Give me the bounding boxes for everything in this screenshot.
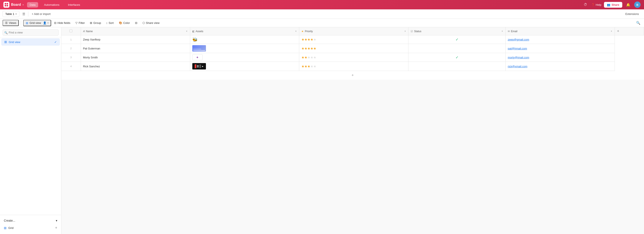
priority-column-header[interactable]: ★ Priority ▼ bbox=[299, 27, 408, 35]
row-status[interactable]: ✓ bbox=[408, 35, 506, 44]
sidebar-bottom: Create... ▾ ⊞ Grid + bbox=[0, 215, 61, 234]
row-asset[interactable]: 🐝 bbox=[190, 35, 299, 44]
add-column-header[interactable]: + bbox=[615, 27, 644, 35]
share-view-button[interactable]: ⬡ Share view bbox=[140, 20, 162, 26]
sort-button[interactable]: ↕ Sort bbox=[104, 20, 116, 26]
star-empty-icon: ★ bbox=[313, 65, 316, 68]
app-title: Board bbox=[11, 3, 21, 7]
status-check-icon: ✓ bbox=[456, 55, 458, 60]
svg-rect-1 bbox=[6, 3, 8, 5]
row-height-button[interactable]: ⊟ bbox=[133, 20, 140, 26]
color-button[interactable]: 🎨 Color bbox=[117, 20, 132, 26]
table-toolbar: Table 1 ▾ ☰ + Add or import Extensions bbox=[0, 9, 644, 19]
create-chevron-icon: ▾ bbox=[56, 219, 57, 222]
name-column-header[interactable]: A Name ▼ bbox=[81, 27, 190, 35]
star-filled-icon: ★ bbox=[304, 38, 307, 41]
gridview-button[interactable]: ⊞ Grid view 👤 ▾ bbox=[23, 20, 51, 26]
row-number: 2 bbox=[61, 44, 81, 53]
row-asset[interactable]: ✦ bbox=[190, 53, 299, 62]
search-input[interactable] bbox=[2, 30, 58, 36]
create-button[interactable]: Create... ▾ bbox=[2, 217, 58, 224]
assets-column-header[interactable]: ◧ Assets ▼ bbox=[190, 27, 299, 35]
row-priority[interactable]: ★★★★★ bbox=[299, 62, 408, 71]
search-icon: 🔍 bbox=[4, 31, 8, 34]
tab-chevron-icon: ▾ bbox=[16, 13, 16, 15]
row-email[interactable]: morty@imail.com bbox=[506, 53, 615, 62]
group-button[interactable]: ⊞ Group bbox=[88, 20, 103, 26]
toolbar2-divider bbox=[21, 21, 21, 25]
toggle-sidebar-icon[interactable]: ☰ bbox=[21, 11, 26, 17]
star-empty-icon: ★ bbox=[307, 56, 310, 59]
asset-emoji-icon: 🐝 bbox=[192, 37, 198, 42]
row-status[interactable]: ✓ bbox=[408, 53, 506, 62]
star-filled-icon: ★ bbox=[304, 65, 307, 68]
color-icon: 🎨 bbox=[119, 21, 122, 25]
row-status[interactable] bbox=[408, 62, 506, 71]
select-all-checkbox[interactable] bbox=[70, 30, 72, 32]
sidebar-search-area: 🔍 bbox=[0, 27, 61, 38]
star-empty-icon: ★ bbox=[313, 56, 316, 59]
logo-icon bbox=[4, 2, 9, 8]
data-nav-btn[interactable]: Data bbox=[27, 2, 38, 8]
people-icon: 👤 bbox=[43, 21, 46, 25]
add-column-icon: + bbox=[617, 29, 619, 33]
row-number: 3 bbox=[61, 53, 81, 62]
table-row: 4Rick Sanchez▶★★★★★rick@xmail.com bbox=[61, 62, 644, 71]
email-link[interactable]: zeep@gmail.com bbox=[508, 38, 529, 41]
hide-fields-button[interactable]: ⊟ Hide fields bbox=[52, 20, 72, 26]
row-priority[interactable]: ★★★★★ bbox=[299, 44, 408, 53]
star-filled-icon: ★ bbox=[301, 38, 304, 41]
row-asset[interactable] bbox=[190, 44, 299, 53]
row-add bbox=[615, 35, 644, 44]
interfaces-nav-btn[interactable]: Interfaces bbox=[66, 2, 83, 8]
row-add bbox=[615, 44, 644, 53]
hide-fields-icon: ⊟ bbox=[54, 21, 56, 25]
row-priority[interactable]: ★★★★★ bbox=[299, 35, 408, 44]
share-button[interactable]: 👥 Share bbox=[604, 2, 622, 8]
automations-nav-btn[interactable]: Automations bbox=[42, 2, 62, 8]
avatar[interactable]: B bbox=[634, 2, 640, 8]
extensions-button[interactable]: Extensions bbox=[623, 11, 642, 17]
notification-icon[interactable]: 🔔 bbox=[625, 1, 632, 8]
grid-content: A Name ▼ ◧ Assets ▼ bbox=[61, 27, 644, 234]
asset-thumbnail bbox=[192, 45, 206, 52]
sidebar: 🔍 ⊞ Grid view ✓ Create... ▾ ⊞ Grid + bbox=[0, 27, 61, 234]
star-empty-icon: ★ bbox=[313, 38, 316, 41]
add-row-cell: + bbox=[61, 71, 644, 80]
table-header-row: A Name ▼ ◧ Assets ▼ bbox=[61, 27, 644, 35]
add-import-button[interactable]: + Add or import bbox=[30, 11, 52, 17]
row-email[interactable]: pat@hmail.com bbox=[506, 44, 615, 53]
row-asset[interactable]: ▶ bbox=[190, 62, 299, 71]
row-name[interactable]: Zeep Xanflorp bbox=[81, 35, 190, 44]
row-name[interactable]: Morty Smith bbox=[81, 53, 190, 62]
status-column-header[interactable]: ☑ Status ▼ bbox=[408, 27, 506, 35]
filter-button[interactable]: ▽ Filter bbox=[73, 20, 87, 26]
grid-add-button[interactable]: + bbox=[55, 226, 57, 230]
help-btn[interactable]: ❓ Help bbox=[592, 3, 602, 7]
add-row-button[interactable]: + bbox=[350, 72, 356, 78]
row-email[interactable]: zeep@gmail.com bbox=[506, 35, 615, 44]
grid-item-icon: ⊞ bbox=[4, 226, 6, 230]
email-link[interactable]: rick@xmail.com bbox=[508, 65, 527, 68]
table-row: 3Morty Smith✦★★★★★✓morty@imail.com bbox=[61, 53, 644, 62]
sidebar-item-label: Grid view bbox=[9, 41, 20, 44]
row-name[interactable]: Pat Guterman bbox=[81, 44, 190, 53]
views-button[interactable]: ☰ Views bbox=[2, 20, 19, 26]
row-email[interactable]: rick@xmail.com bbox=[506, 62, 615, 71]
group-icon: ⊞ bbox=[90, 21, 92, 25]
email-column-header[interactable]: ✉ Email ▼ bbox=[506, 27, 615, 35]
email-link[interactable]: pat@hmail.com bbox=[508, 47, 527, 50]
sidebar-item-grid-view[interactable]: ⊞ Grid view ✓ bbox=[1, 38, 60, 46]
search-button[interactable]: 🔍 bbox=[635, 20, 642, 26]
email-sort-icon: ▼ bbox=[610, 30, 612, 32]
row-priority[interactable]: ★★★★★ bbox=[299, 53, 408, 62]
history-icon[interactable]: ⏱ bbox=[582, 1, 589, 8]
grid-item-label: Grid bbox=[8, 226, 14, 229]
row-status[interactable] bbox=[408, 44, 506, 53]
star-filled-icon: ★ bbox=[304, 47, 307, 50]
toolbar-divider bbox=[28, 12, 28, 17]
email-link[interactable]: morty@imail.com bbox=[508, 56, 529, 59]
sort-icon: ↕ bbox=[106, 21, 108, 25]
table-tab[interactable]: Table 1 ▾ bbox=[2, 11, 20, 17]
row-name[interactable]: Rick Sanchez bbox=[81, 62, 190, 71]
